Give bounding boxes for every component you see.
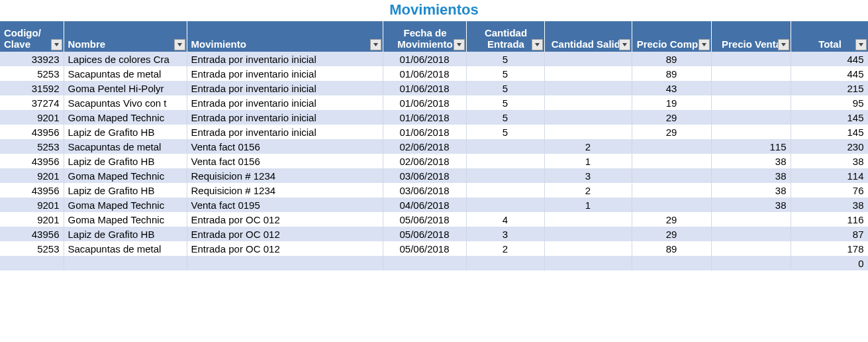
cell-precio-compra[interactable]: 29 xyxy=(632,227,711,241)
table-row[interactable]: 9201Goma Maped TechnicVenta fact 019504/… xyxy=(0,198,868,212)
table-row[interactable]: 43956Lapiz de Grafito HBRequisicion # 12… xyxy=(0,183,868,198)
cell-cant-entrada[interactable]: 5 xyxy=(466,95,544,110)
cell-fecha[interactable]: 05/06/2018 xyxy=(383,212,466,227)
cell-precio-compra[interactable] xyxy=(632,168,711,183)
cell-cant-entrada[interactable]: 5 xyxy=(466,125,544,139)
cell-precio-venta[interactable]: 38 xyxy=(711,183,791,198)
cell-nombre[interactable]: Sacapuntas Vivo con t xyxy=(64,95,187,110)
cell-precio-venta[interactable]: 38 xyxy=(711,168,791,183)
filter-dropdown-icon[interactable] xyxy=(174,39,185,50)
cell-precio-venta[interactable] xyxy=(711,95,791,110)
col-header-cant-entrada[interactable]: Cantidad Entrada xyxy=(466,21,544,52)
cell-codigo[interactable]: 9201 xyxy=(0,168,64,183)
cell-cant-entrada[interactable]: 5 xyxy=(466,52,544,66)
cell-fecha[interactable]: 02/06/2018 xyxy=(383,139,466,154)
col-header-cant-salida[interactable]: Cantidad Salida xyxy=(544,21,632,52)
table-row[interactable]: 9201Goma Maped TechnicEntrada por invent… xyxy=(0,110,868,125)
filter-dropdown-icon[interactable] xyxy=(51,39,62,50)
filter-dropdown-icon[interactable] xyxy=(370,39,381,50)
cell-cant-salida[interactable] xyxy=(544,81,632,95)
table-row[interactable]: 43956Lapiz de Grafito HBEntrada por OC 0… xyxy=(0,227,868,241)
cell-total[interactable]: 114 xyxy=(791,168,868,183)
cell-nombre[interactable]: Goma Maped Technic xyxy=(64,110,187,125)
cell-cant-entrada[interactable] xyxy=(466,154,544,168)
cell-precio-compra[interactable]: 29 xyxy=(632,212,711,227)
col-header-fecha[interactable]: Fecha de Movimiento xyxy=(383,21,466,52)
col-header-nombre[interactable]: Nombre xyxy=(64,21,187,52)
cell-nombre[interactable]: Sacapuntas de metal xyxy=(64,139,187,154)
cell-total[interactable]: 178 xyxy=(791,241,868,256)
cell-fecha[interactable]: 01/06/2018 xyxy=(383,95,466,110)
cell-nombre[interactable]: Goma Maped Technic xyxy=(64,212,187,227)
cell-fecha[interactable]: 03/06/2018 xyxy=(383,183,466,198)
cell-cant-entrada[interactable] xyxy=(466,198,544,212)
cell-cant-salida[interactable] xyxy=(544,66,632,81)
cell-codigo[interactable]: 43956 xyxy=(0,125,64,139)
cell-cant-salida[interactable] xyxy=(544,110,632,125)
cell-codigo[interactable]: 9201 xyxy=(0,110,64,125)
cell-movimiento[interactable]: Entrada por inventario inicial xyxy=(187,110,383,125)
cell-fecha[interactable]: 05/06/2018 xyxy=(383,241,466,256)
cell-fecha[interactable]: 05/06/2018 xyxy=(383,227,466,241)
cell-fecha[interactable]: 04/06/2018 xyxy=(383,198,466,212)
cell-cant-entrada[interactable] xyxy=(466,168,544,183)
cell-movimiento[interactable]: Entrada por OC 012 xyxy=(187,227,383,241)
cell-fecha[interactable]: 03/06/2018 xyxy=(383,168,466,183)
cell-movimiento[interactable]: Venta fact 0195 xyxy=(187,198,383,212)
cell-fecha[interactable]: 01/06/2018 xyxy=(383,125,466,139)
cell-cant-salida[interactable]: 2 xyxy=(544,183,632,198)
cell-nombre[interactable]: Lapiz de Grafito HB xyxy=(64,125,187,139)
cell-nombre[interactable]: Goma Maped Technic xyxy=(64,168,187,183)
filter-dropdown-icon[interactable] xyxy=(532,39,543,50)
cell-codigo[interactable]: 5253 xyxy=(0,66,64,81)
cell-precio-venta[interactable] xyxy=(711,66,791,81)
cell-precio-compra[interactable]: 43 xyxy=(632,81,711,95)
cell-cant-entrada[interactable]: 3 xyxy=(466,227,544,241)
cell-movimiento[interactable]: Entrada por inventario inicial xyxy=(187,81,383,95)
cell-codigo[interactable]: 9201 xyxy=(0,198,64,212)
cell-codigo[interactable]: 5253 xyxy=(0,241,64,256)
cell-total[interactable]: 145 xyxy=(791,125,868,139)
cell-precio-compra[interactable] xyxy=(632,198,711,212)
cell-fecha[interactable]: 01/06/2018 xyxy=(383,52,466,66)
filter-dropdown-icon[interactable] xyxy=(454,39,465,50)
cell-nombre[interactable]: Lapiz de Grafito HB xyxy=(64,183,187,198)
cell-nombre[interactable]: Sacapuntas de metal xyxy=(64,241,187,256)
table-row[interactable]: 9201Goma Maped TechnicRequisicion # 1234… xyxy=(0,168,868,183)
cell-precio-venta[interactable] xyxy=(711,212,791,227)
cell-precio-compra[interactable] xyxy=(632,183,711,198)
cell-cant-salida[interactable] xyxy=(544,52,632,66)
cell-total[interactable]: 445 xyxy=(791,52,868,66)
col-header-movimiento[interactable]: Movimiento xyxy=(187,21,383,52)
cell-precio-compra[interactable]: 29 xyxy=(632,110,711,125)
cell-cant-salida[interactable]: 2 xyxy=(544,139,632,154)
cell-precio-compra[interactable]: 29 xyxy=(632,125,711,139)
cell-movimiento[interactable]: Entrada por OC 012 xyxy=(187,241,383,256)
cell-cant-salida[interactable] xyxy=(544,241,632,256)
cell-codigo[interactable]: 43956 xyxy=(0,154,64,168)
cell-cant-entrada[interactable]: 5 xyxy=(466,81,544,95)
cell-total[interactable]: 38 xyxy=(791,198,868,212)
filter-dropdown-icon[interactable] xyxy=(778,39,789,50)
cell-cant-salida[interactable] xyxy=(544,95,632,110)
cell-precio-venta[interactable]: 115 xyxy=(711,139,791,154)
cell-precio-venta[interactable] xyxy=(711,227,791,241)
col-header-precio-venta[interactable]: Precio Venta xyxy=(711,21,791,52)
cell-total[interactable]: 215 xyxy=(791,81,868,95)
cell-cant-entrada[interactable] xyxy=(466,183,544,198)
table-row[interactable]: 5253Sacapuntas de metalEntrada por inven… xyxy=(0,66,868,81)
cell-movimiento[interactable]: Entrada por inventario inicial xyxy=(187,125,383,139)
cell-nombre[interactable]: Goma Maped Technic xyxy=(64,198,187,212)
cell-cant-entrada[interactable] xyxy=(466,139,544,154)
col-header-total[interactable]: Total xyxy=(791,21,868,52)
cell-precio-venta[interactable] xyxy=(711,52,791,66)
cell-total[interactable]: 87 xyxy=(791,227,868,241)
table-row[interactable]: 5253Sacapuntas de metalVenta fact 015602… xyxy=(0,139,868,154)
cell-precio-compra[interactable]: 19 xyxy=(632,95,711,110)
cell-cant-entrada[interactable]: 5 xyxy=(466,66,544,81)
cell-total[interactable]: 38 xyxy=(791,154,868,168)
cell-total[interactable]: 445 xyxy=(791,66,868,81)
cell-precio-compra[interactable] xyxy=(632,154,711,168)
cell-precio-venta[interactable] xyxy=(711,241,791,256)
cell-cant-entrada[interactable]: 4 xyxy=(466,212,544,227)
